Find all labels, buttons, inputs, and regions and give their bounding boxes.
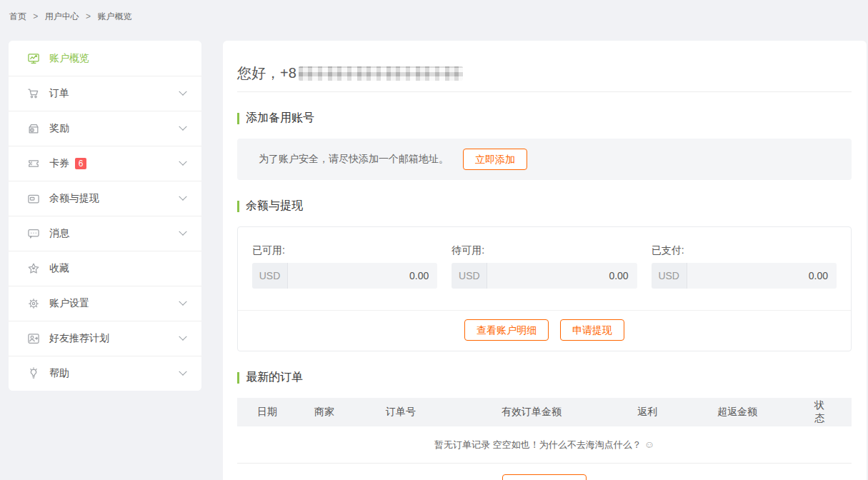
chevron-down-icon: [179, 193, 186, 201]
smiley-face-icon: ☺: [644, 439, 654, 450]
chevron-down-icon: [179, 123, 186, 131]
breadcrumb-current: 账户概览: [97, 11, 131, 21]
balance-actions: 查看账户明细 申请提现: [238, 310, 851, 351]
amount-box: USD 0.00: [652, 263, 837, 289]
balance-grid: 已可用: USD 0.00 待可用: USD 0.00 已支付: USD 0.0…: [238, 227, 851, 310]
orders-table-header: 日期 商家 订单号 有效订单金额 返利 超返金额 状态: [237, 398, 852, 426]
section-title-text: 最新的订单: [246, 370, 303, 385]
greeting-text: 您好，+8: [237, 64, 296, 83]
view-account-detail-button[interactable]: 查看账户明细: [464, 319, 549, 341]
chevron-down-icon: [179, 158, 186, 166]
sidebar-item-rewards[interactable]: 奖励: [9, 111, 201, 146]
settings-gear-icon: [26, 296, 41, 311]
view-my-orders-button[interactable]: 查看我的订单: [502, 474, 587, 480]
amount-value: 0.00: [288, 263, 437, 289]
sidebar-item-favorites[interactable]: 收藏: [9, 251, 201, 286]
sidebar-item-label: 奖励: [49, 122, 69, 135]
amount-value: 0.00: [687, 263, 837, 289]
orders-empty-state: 暂无订单记录 空空如也！为什么不去海淘点什么？☺: [237, 426, 852, 463]
balance-label: 待可用:: [452, 244, 637, 257]
sidebar-item-label: 账户概览: [49, 52, 89, 65]
green-bar: [237, 113, 239, 124]
sidebar-item-messages[interactable]: 消息: [9, 216, 201, 251]
sidebar-item-label: 卡券: [49, 157, 69, 170]
sidebar-item-label: 收藏: [49, 262, 69, 275]
sidebar-item-label: 好友推荐计划: [49, 332, 109, 345]
empty-text: 暂无订单记录 空空如也！为什么不去海淘点什么？: [434, 439, 642, 450]
column-header-merchant: 商家: [314, 406, 386, 419]
sidebar-item-label: 帮助: [49, 367, 69, 380]
sidebar-item-coupons[interactable]: 卡券 6: [9, 146, 201, 181]
coupon-count-badge: 6: [75, 158, 86, 169]
column-header-status: 状态: [814, 399, 832, 425]
chevron-down-icon: [179, 333, 186, 341]
balance-field-available: 已可用: USD 0.00: [252, 244, 437, 289]
currency-label: USD: [452, 263, 487, 289]
divider: [237, 91, 852, 92]
column-header-rebate: 返利: [637, 406, 717, 419]
sidebar-item-help[interactable]: 帮助: [9, 356, 201, 391]
sidebar: 账户概览 订单 奖励 卡券 6 余额与提: [9, 41, 201, 391]
coupons-ticket-icon: [26, 156, 41, 171]
sidebar-item-label: 消息: [49, 227, 69, 240]
chevron-down-icon: [179, 368, 186, 376]
section-title-backup-account: 添加备用账号: [237, 111, 852, 126]
chevron-down-icon: [179, 228, 186, 236]
chevron-down-icon: [179, 88, 186, 96]
rewards-icon: [26, 121, 41, 136]
breadcrumb-separator: >: [86, 11, 91, 21]
add-now-button[interactable]: 立即添加: [463, 149, 527, 170]
column-header-valid-amount: 有效订单金额: [502, 406, 637, 419]
account-overview-icon: [26, 51, 41, 66]
column-header-date: 日期: [257, 406, 314, 419]
help-bulb-icon: [26, 366, 41, 381]
sidebar-item-label: 余额与提现: [49, 192, 99, 205]
sidebar-item-label: 账户设置: [49, 297, 89, 310]
request-withdraw-button[interactable]: 申请提现: [560, 319, 624, 341]
main-panel: 您好，+8 添加备用账号 为了账户安全，请尽快添加一个邮箱地址。 立即添加 余额…: [223, 41, 867, 480]
sidebar-item-account-settings[interactable]: 账户设置: [9, 286, 201, 321]
favorites-star-icon: [26, 261, 41, 276]
sidebar-item-referral-program[interactable]: 好友推荐计划: [9, 321, 201, 356]
green-bar: [237, 201, 239, 212]
green-bar: [237, 372, 239, 384]
breadcrumb: 首页 > 用户中心 > 账户概览: [9, 11, 131, 23]
column-header-extra-rebate: 超返金额: [717, 406, 814, 419]
section-title-balance: 余额与提现: [237, 199, 852, 214]
balance-field-paid: 已支付: USD 0.00: [652, 244, 837, 289]
currency-label: USD: [652, 263, 687, 289]
sidebar-item-label: 订单: [49, 87, 69, 100]
breadcrumb-user-center[interactable]: 用户中心: [45, 11, 79, 21]
amount-box: USD 0.00: [452, 263, 637, 289]
backup-account-notice: 为了账户安全，请尽快添加一个邮箱地址。 立即添加: [237, 139, 852, 180]
chevron-down-icon: [179, 298, 186, 306]
column-header-order-number: 订单号: [386, 406, 502, 419]
masked-phone-number: [299, 66, 463, 81]
balance-label: 已可用:: [252, 244, 437, 257]
section-title-text: 添加备用账号: [246, 111, 314, 126]
orders-footer: 查看我的订单: [237, 463, 852, 480]
breadcrumb-separator: >: [33, 11, 38, 21]
balance-field-pending: 待可用: USD 0.00: [452, 244, 637, 289]
balance-wallet-icon: [26, 191, 41, 206]
balance-label: 已支付:: [652, 244, 837, 257]
sidebar-item-balance-withdraw[interactable]: 余额与提现: [9, 181, 201, 216]
sidebar-item-account-overview[interactable]: 账户概览: [9, 41, 201, 76]
greeting: 您好，+8: [237, 64, 852, 83]
section-title-latest-orders: 最新的订单: [237, 370, 852, 385]
orders-cart-icon: [26, 86, 41, 101]
balance-card: 已可用: USD 0.00 待可用: USD 0.00 已支付: USD 0.0…: [237, 226, 852, 351]
currency-label: USD: [252, 263, 288, 289]
amount-value: 0.00: [487, 263, 637, 289]
sidebar-item-orders[interactable]: 订单: [9, 76, 201, 111]
referral-icon: [26, 331, 41, 346]
messages-icon: [26, 226, 41, 241]
amount-box: USD 0.00: [252, 263, 437, 289]
breadcrumb-home[interactable]: 首页: [9, 11, 26, 21]
notice-text: 为了账户安全，请尽快添加一个邮箱地址。: [259, 153, 449, 166]
section-title-text: 余额与提现: [246, 199, 303, 214]
